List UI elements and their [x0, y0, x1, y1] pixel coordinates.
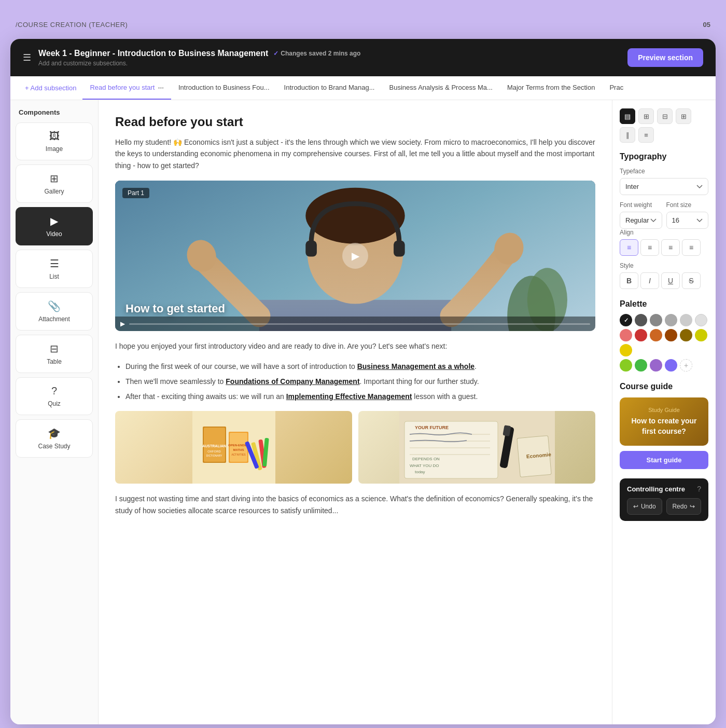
quiz-icon: ?: [51, 385, 57, 397]
help-icon[interactable]: ?: [697, 485, 701, 493]
font-size-label: Font size: [666, 201, 709, 209]
swatch-purple[interactable]: [650, 359, 662, 372]
swatch-dark-purple[interactable]: [665, 359, 677, 372]
redo-button[interactable]: Redo ↪: [666, 498, 702, 515]
video-play-button[interactable]: ▶: [342, 243, 368, 269]
svg-rect-8: [305, 241, 317, 257]
swatch-light-red[interactable]: [620, 329, 632, 341]
bullet-item-3: After that - exciting thing awaits us: w…: [125, 390, 595, 403]
panel-icon-chart[interactable]: ⊞: [676, 108, 691, 124]
bold-button[interactable]: B: [620, 272, 638, 289]
undo-button[interactable]: ↩ Undo: [627, 498, 662, 515]
redo-icon: ↪: [690, 503, 695, 510]
swatch-yellow-green[interactable]: [695, 329, 707, 341]
component-list[interactable]: ☰ List: [16, 250, 93, 288]
panel-icon-grid[interactable]: ⊞: [638, 108, 654, 124]
start-guide-button[interactable]: Start guide: [620, 451, 708, 469]
component-gallery[interactable]: ⊞ Gallery: [16, 164, 93, 203]
palette-title: Palette: [620, 299, 708, 309]
swatch-gray[interactable]: [650, 314, 662, 326]
align-center-button[interactable]: ≡: [640, 239, 659, 256]
svg-text:today: today: [415, 470, 425, 474]
strikethrough-button[interactable]: S: [682, 272, 701, 289]
align-justify-button[interactable]: ≡: [682, 239, 701, 256]
svg-text:YOUR FUTURE: YOUR FUTURE: [415, 425, 449, 430]
swatch-green[interactable]: [635, 359, 647, 372]
font-size-select[interactable]: 16 14 18 20: [666, 212, 709, 229]
svg-text:DICTIONARY: DICTIONARY: [206, 454, 222, 457]
swatch-yellow[interactable]: [620, 344, 632, 356]
svg-rect-19: [230, 433, 247, 462]
typeface-label: Typeface: [620, 168, 708, 175]
content-footer-text: I suggest not wasting time and start div…: [115, 493, 595, 518]
undo-redo-actions: ↩ Undo Redo ↪: [627, 498, 701, 515]
course-guide-card[interactable]: Study Guide How to create your first cou…: [620, 397, 708, 446]
add-color-button[interactable]: +: [680, 359, 692, 372]
preview-section-button[interactable]: Preview section: [627, 48, 703, 67]
component-grid: 🖼 Image ⊞ Gallery ▶ Video ☰ List 📎 A: [16, 122, 93, 458]
table-icon: ⊟: [50, 342, 59, 355]
typography-section: Typography Typeface Inter Roboto Open Sa…: [620, 152, 708, 289]
svg-text:WHAT YOU DO: WHAT YOU DO: [410, 463, 439, 468]
add-subsection-button[interactable]: + Add subsection: [19, 77, 82, 99]
component-video[interactable]: ▶ Video: [16, 207, 93, 245]
video-progress-bar[interactable]: ▶: [115, 317, 595, 331]
italic-button[interactable]: I: [640, 272, 659, 289]
component-image[interactable]: 🖼 Image: [16, 122, 93, 160]
swatch-orange[interactable]: [650, 329, 662, 341]
typography-title: Typography: [620, 152, 708, 161]
course-guide-title: Course guide: [620, 382, 708, 391]
swatch-light-gray[interactable]: [680, 314, 692, 326]
swatch-medium-gray[interactable]: [665, 314, 677, 326]
tab-intro-brand[interactable]: Introduction to Brand Manag...: [277, 76, 382, 100]
content-image-books: AUSTRALIAN OXFORD DICTIONARY OPEN-ENDED …: [115, 411, 352, 484]
swatch-lime[interactable]: [620, 359, 632, 372]
palette-row-2: [620, 329, 708, 356]
video-block[interactable]: Part 1 How to get started ▶ ▶: [115, 181, 595, 331]
component-case-study[interactable]: 🎓 Case Study: [16, 419, 93, 458]
panel-icon-bar[interactable]: ∥: [620, 127, 635, 143]
component-table[interactable]: ⊟ Table: [16, 335, 93, 373]
header-title-text: Week 1 - Beginner - Introduction to Busi…: [38, 49, 268, 58]
controlling-centre-title: Controlling centre: [627, 485, 685, 493]
books-illustration: AUSTRALIAN OXFORD DICTIONARY OPEN-ENDED …: [192, 411, 275, 484]
swatch-red[interactable]: [635, 329, 647, 341]
svg-text:ACTIVITIES: ACTIVITIES: [231, 453, 246, 456]
typeface-select[interactable]: Inter Roboto Open Sans: [620, 178, 708, 195]
hamburger-icon[interactable]: ☰: [23, 52, 31, 63]
panel-icon-table[interactable]: ⊟: [657, 108, 673, 124]
svg-rect-9: [394, 241, 405, 257]
swatch-very-light-gray[interactable]: [695, 314, 707, 326]
panel-icon-text[interactable]: ▤: [620, 108, 635, 124]
right-panel: ▤ ⊞ ⊟ ⊞ ∥ ≡ Typography Typeface Inter Ro…: [612, 100, 716, 724]
video-title-overlay: How to get started: [125, 302, 225, 315]
swatch-dark-yellow[interactable]: [680, 329, 692, 341]
component-attachment[interactable]: 📎 Attachment: [16, 292, 93, 331]
bullet-item-1: During the first week of our course, we …: [125, 360, 595, 373]
component-quiz[interactable]: ? Quiz: [16, 377, 93, 415]
tab-business-analysis[interactable]: Business Analysis & Process Ma...: [382, 76, 499, 100]
list-icon: ☰: [50, 257, 59, 270]
tab-intro-business[interactable]: Introduction to Business Fou...: [171, 76, 277, 100]
attachment-icon: 📎: [48, 300, 61, 312]
style-buttons: B I U S: [620, 272, 708, 289]
panel-icon-list[interactable]: ≡: [638, 127, 654, 143]
bullet-item-2: Then we'll move seamlessly to Foundation…: [125, 375, 595, 388]
tab-read-before[interactable]: Read before you start •••: [82, 76, 171, 100]
main-layout: Components 🖼 Image ⊞ Gallery ▶ Video ☰ L…: [10, 100, 716, 724]
tab-major-terms[interactable]: Major Terms from the Section: [500, 76, 603, 100]
svg-text:DEPENDS ON: DEPENDS ON: [412, 457, 440, 461]
swatch-brown[interactable]: [665, 329, 677, 341]
underline-button[interactable]: U: [661, 272, 680, 289]
align-left-button[interactable]: ≡: [620, 239, 638, 256]
swatch-black[interactable]: [620, 314, 632, 326]
course-guide-section: Course guide Study Guide How to create y…: [620, 382, 708, 469]
app-window: ☰ Week 1 - Beginner - Introduction to Bu…: [10, 39, 716, 724]
swatch-dark-gray[interactable]: [635, 314, 647, 326]
components-title: Components: [16, 108, 93, 116]
panel-icons-row: ▤ ⊞ ⊟ ⊞ ∥ ≡: [620, 108, 708, 143]
align-right-button[interactable]: ≡: [661, 239, 680, 256]
tab-prac[interactable]: Prac: [602, 76, 631, 100]
tab-menu-icon[interactable]: •••: [158, 85, 164, 91]
font-weight-select[interactable]: Regular Bold Light: [620, 212, 662, 229]
